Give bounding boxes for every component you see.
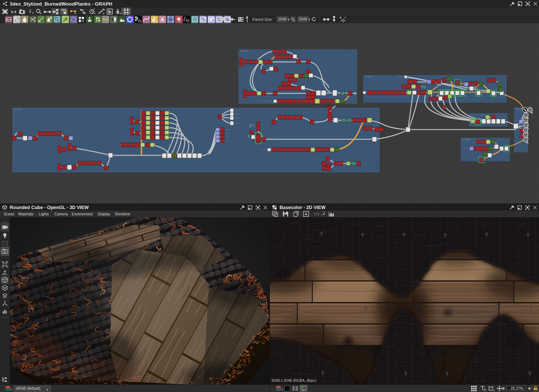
svg-text:Burnt Wood: Burnt Wood <box>462 139 470 140</box>
svg-text:Burnt Wood: Burnt Wood <box>14 108 22 110</box>
svg-text:i: i <box>29 9 31 14</box>
svg-text:A: A <box>161 17 164 22</box>
svg-text:01: 01 <box>138 19 142 23</box>
svg-text:Burnt Wood: Burnt Wood <box>240 50 248 52</box>
svg-text:Burnt Wood: Burnt Wood <box>365 76 373 78</box>
svg-text:01: 01 <box>186 19 190 22</box>
